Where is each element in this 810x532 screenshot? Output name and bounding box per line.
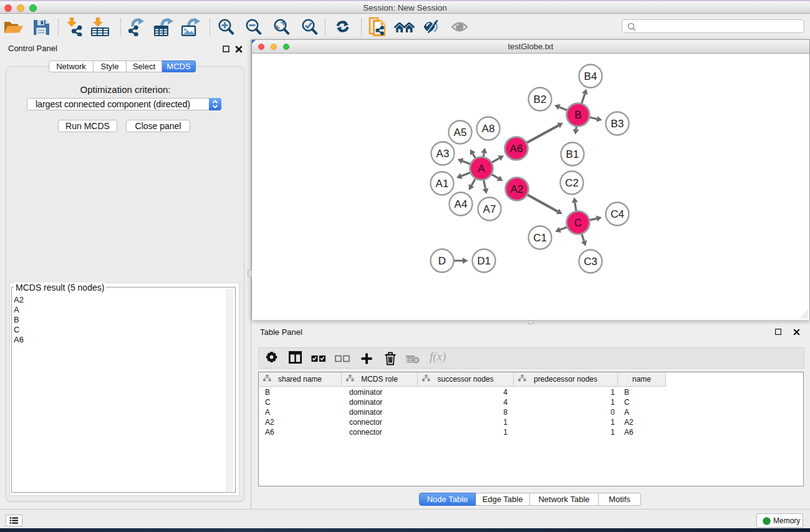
svg-text:A3: A3 — [436, 148, 450, 160]
svg-text:A6: A6 — [510, 143, 523, 155]
svg-text:A1: A1 — [436, 178, 449, 190]
svg-text:C: C — [574, 217, 582, 229]
svg-text:B3: B3 — [611, 118, 624, 130]
svg-text:A8: A8 — [482, 123, 495, 135]
svg-text:B4: B4 — [584, 70, 597, 82]
svg-text:A2: A2 — [511, 183, 524, 195]
svg-text:C4: C4 — [610, 208, 624, 220]
svg-text:C3: C3 — [584, 256, 597, 268]
svg-text:D: D — [438, 255, 446, 267]
svg-text:B: B — [574, 109, 581, 121]
svg-text:C2: C2 — [565, 177, 579, 189]
svg-text:A7: A7 — [483, 203, 496, 215]
svg-text:A4: A4 — [455, 198, 468, 210]
svg-text:B2: B2 — [534, 94, 547, 105]
svg-text:A5: A5 — [454, 127, 467, 138]
svg-text:A: A — [478, 163, 485, 175]
svg-text:B1: B1 — [566, 148, 579, 160]
svg-text:D1: D1 — [477, 255, 491, 267]
svg-text:C1: C1 — [533, 232, 547, 244]
